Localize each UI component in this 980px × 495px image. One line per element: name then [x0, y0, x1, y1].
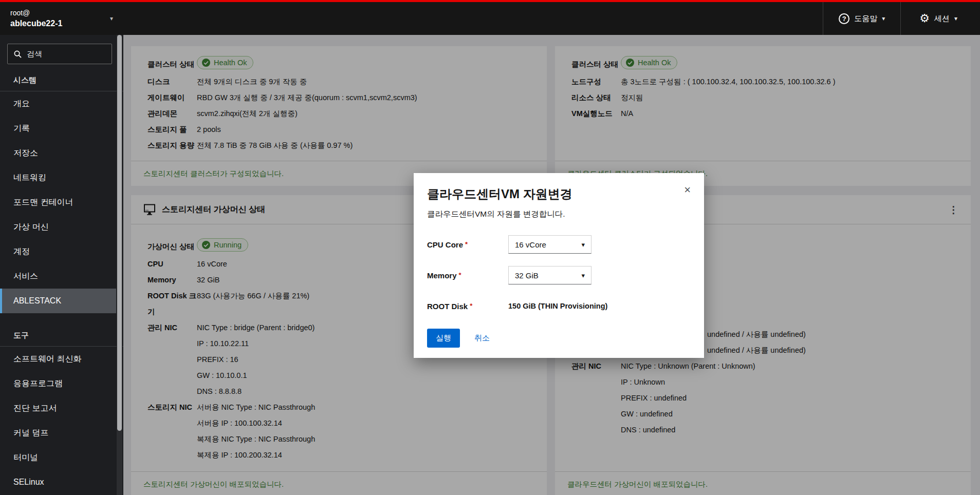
chevron-down-icon: ▾ [110, 15, 113, 22]
host-switcher[interactable]: root@ ablecube22-1 ▾ [0, 2, 123, 35]
masthead-toolbar: ? 도움말 ▾ ⚙ 세션 ▾ [823, 2, 980, 35]
memory-field-row: Memory* 32 GiB ▾ [427, 260, 690, 291]
cpu-core-label: CPU Core* [427, 240, 508, 249]
sidebar: 검색 시스템 개요 기록 저장소 네트워킹 포드맨 컨테이너 가상 머신 계정 … [0, 35, 123, 495]
sidebar-item-kernel-dump[interactable]: 커널 덤프 [0, 421, 123, 445]
required-asterisk: * [470, 302, 472, 310]
chevron-down-icon: ▾ [882, 15, 885, 22]
root-disk-value: 150 GiB (THIN Provisioning) [508, 302, 690, 310]
sidebar-section-tools: 도구 소프트웨어 최신화 응용프로그램 진단 보고서 커널 덤프 터미널 SEL… [0, 325, 123, 494]
sidebar-item-terminal[interactable]: 터미널 [0, 445, 123, 470]
required-asterisk: * [459, 271, 461, 279]
close-icon: × [684, 183, 691, 196]
memory-label: Memory* [427, 271, 508, 280]
sidebar-item-applications[interactable]: 응용프로그램 [0, 371, 123, 396]
memory-select[interactable]: 32 GiB ▾ [508, 266, 591, 284]
root-disk-label: ROOT Disk* [427, 302, 508, 311]
modal-description: 클라우드센터VM의 자원를 변경합니다. [427, 209, 690, 220]
cancel-button[interactable]: 취소 [474, 333, 490, 343]
vm-resource-modal: × 클라우드센터VM 자원변경 클라우드센터VM의 자원를 변경합니다. CPU… [414, 173, 704, 358]
sidebar-item-services[interactable]: 서비스 [0, 264, 123, 289]
scrollbar-thumb[interactable] [117, 35, 122, 431]
session-menu-label: 세션 [934, 14, 950, 24]
cpu-core-select[interactable]: 16 vCore ▾ [508, 235, 591, 254]
masthead: root@ ablecube22-1 ▾ ? 도움말 ▾ ⚙ 세션 ▾ [0, 0, 980, 35]
run-button[interactable]: 실행 [427, 329, 460, 348]
sidebar-item-virtual-machines[interactable]: 가상 머신 [0, 215, 123, 239]
chevron-down-icon: ▾ [581, 241, 585, 248]
modal-actions: 실행 취소 [427, 329, 690, 348]
root-disk-field-row: ROOT Disk* 150 GiB (THIN Provisioning) [427, 291, 690, 321]
sidebar-item-ablestack[interactable]: ABLESTACK [0, 289, 116, 313]
cpu-core-field-row: CPU Core* 16 vCore ▾ [427, 229, 690, 260]
sidebar-item-diagnostic-reports[interactable]: 진단 보고서 [0, 396, 123, 421]
help-menu[interactable]: ? 도움말 ▾ [823, 2, 900, 35]
question-circle-icon: ? [839, 13, 849, 24]
chevron-down-icon: ▾ [954, 15, 957, 22]
sidebar-item-accounts[interactable]: 계정 [0, 239, 123, 264]
masthead-username: root@ [10, 8, 110, 18]
sidebar-item-selinux[interactable]: SELinux [0, 470, 123, 494]
sidebar-item-networking[interactable]: 네트워킹 [0, 165, 123, 190]
sidebar-item-podman-containers[interactable]: 포드맨 컨테이너 [0, 190, 123, 215]
modal-close-button[interactable]: × [684, 184, 691, 196]
sidebar-section-title: 도구 [0, 325, 123, 346]
gear-icon: ⚙ [919, 13, 930, 24]
search-input[interactable]: 검색 [7, 44, 112, 64]
sidebar-section-system: 시스템 개요 기록 저장소 네트워킹 포드맨 컨테이너 가상 머신 계정 서비스… [0, 69, 123, 313]
chevron-down-icon: ▾ [581, 272, 585, 279]
sidebar-item-software-updates[interactable]: 소프트웨어 최신화 [0, 347, 123, 371]
sidebar-section-title: 시스템 [0, 69, 123, 91]
sidebar-item-logs[interactable]: 기록 [0, 116, 123, 141]
sidebar-item-storage[interactable]: 저장소 [0, 141, 123, 165]
masthead-hostname: ablecube22-1 [10, 18, 110, 29]
search-placeholder: 검색 [27, 49, 42, 59]
sidebar-item-overview[interactable]: 개요 [0, 91, 123, 116]
help-menu-label: 도움말 [854, 14, 877, 24]
modal-title: 클라우드센터VM 자원변경 [427, 186, 690, 202]
search-icon [14, 50, 22, 58]
required-asterisk: * [465, 240, 468, 248]
session-menu[interactable]: ⚙ 세션 ▾ [900, 2, 980, 35]
sidebar-scrollbar[interactable] [117, 35, 122, 495]
